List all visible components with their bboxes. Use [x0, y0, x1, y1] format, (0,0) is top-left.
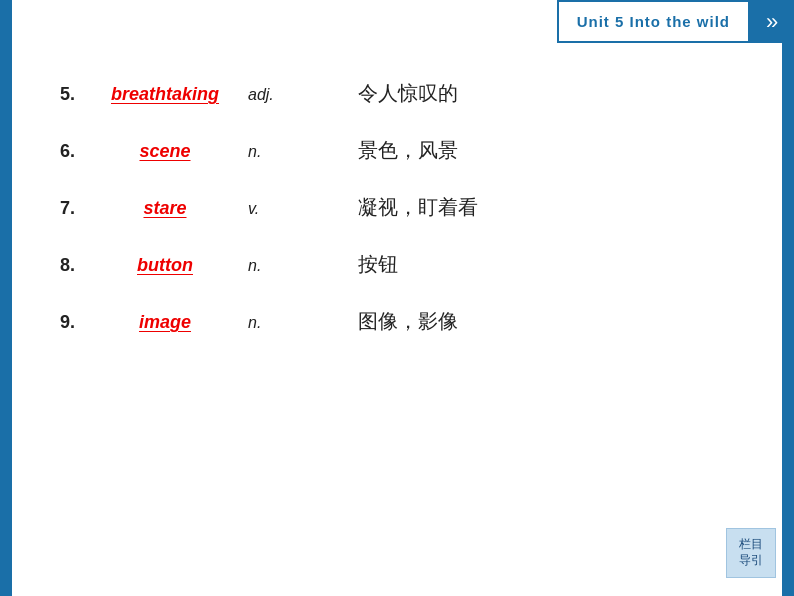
nav-button-label: 栏目导引	[739, 537, 763, 568]
pos-7: v.	[248, 200, 278, 218]
word-8: button	[90, 255, 240, 276]
meaning-8: 按钮	[358, 251, 398, 278]
meaning-9: 图像，影像	[358, 308, 458, 335]
pos-6: n.	[248, 143, 278, 161]
list-item: 8. button n. 按钮	[60, 251, 740, 278]
nav-button[interactable]: 栏目导引	[726, 528, 776, 578]
pos-8: n.	[248, 257, 278, 275]
left-bar	[0, 0, 12, 596]
main-content: Unit 5 Into the wild » 5. breathtaking a…	[0, 0, 794, 596]
word-9: image	[90, 312, 240, 333]
word-6: scene	[90, 141, 240, 162]
word-5: breathtaking	[90, 84, 240, 105]
item-number-6: 6.	[60, 141, 90, 162]
list-item: 9. image n. 图像，影像	[60, 308, 740, 335]
header-bar: Unit 5 Into the wild »	[557, 0, 794, 43]
meaning-6: 景色，风景	[358, 137, 458, 164]
meaning-7: 凝视，盯着看	[358, 194, 478, 221]
list-item: 6. scene n. 景色，风景	[60, 137, 740, 164]
header-title-text: Unit 5 Into the wild	[577, 13, 730, 30]
pos-5: adj.	[248, 86, 278, 104]
item-number-5: 5.	[60, 84, 90, 105]
item-number-8: 8.	[60, 255, 90, 276]
list-item: 5. breathtaking adj. 令人惊叹的	[60, 80, 740, 107]
item-number-7: 7.	[60, 198, 90, 219]
header-title: Unit 5 Into the wild	[557, 0, 750, 43]
vocab-list: 5. breathtaking adj. 令人惊叹的 6. scene n. 景…	[60, 80, 740, 365]
word-7: stare	[90, 198, 240, 219]
meaning-5: 令人惊叹的	[358, 80, 458, 107]
list-item: 7. stare v. 凝视，盯着看	[60, 194, 740, 221]
right-bar	[782, 0, 794, 596]
pos-9: n.	[248, 314, 278, 332]
item-number-9: 9.	[60, 312, 90, 333]
header-arrow-icon[interactable]: »	[750, 0, 794, 43]
